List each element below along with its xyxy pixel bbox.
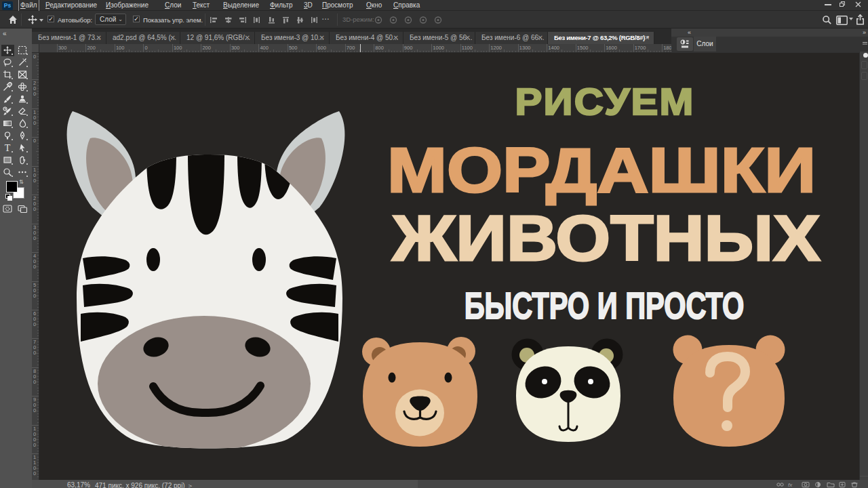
svg-text:fx: fx bbox=[788, 482, 793, 487]
svg-text:T: T bbox=[5, 143, 11, 152]
